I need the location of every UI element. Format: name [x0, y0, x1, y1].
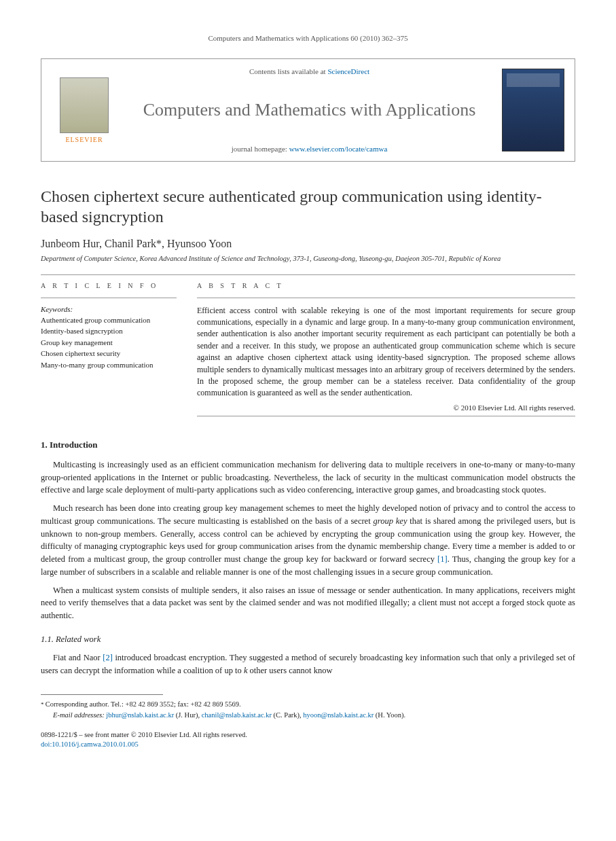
italic-term: group key — [374, 516, 407, 526]
paragraph: When a multicast system consists of mult… — [41, 584, 575, 622]
email-who: (J. Hur), — [174, 711, 202, 719]
homepage-line: journal homepage: www.elsevier.com/locat… — [132, 145, 486, 153]
issn-line: 0898-1221/$ – see front matter © 2010 El… — [41, 730, 575, 740]
corr-text: Corresponding author. Tel.: +82 42 869 3… — [46, 700, 241, 708]
email-link[interactable]: jbhur@nslab.kaist.ac.kr — [106, 711, 174, 719]
keyword-item: Group key management — [41, 337, 177, 348]
journal-cover-icon — [502, 69, 564, 151]
banner-cover — [492, 59, 575, 161]
divider — [41, 298, 177, 298]
keyword-item: Identity-based signcryption — [41, 325, 177, 337]
contents-prefix: Contents lists available at — [249, 67, 327, 75]
email-link[interactable]: chanil@nslab.kaist.ac.kr — [202, 711, 272, 719]
journal-name: Computers and Mathematics with Applicati… — [132, 100, 486, 120]
paper-title: Chosen ciphertext secure authenticated g… — [41, 186, 575, 227]
abstract-copyright: © 2010 Elsevier Ltd. All rights reserved… — [197, 404, 575, 412]
divider — [197, 416, 575, 416]
footnotes: * Corresponding author. Tel.: +82 42 869… — [41, 699, 575, 721]
email-line: E-mail addresses: jbhur@nslab.kaist.ac.k… — [41, 710, 575, 721]
section-heading-intro: 1. Introduction — [41, 440, 575, 450]
text-run: other users cannot know — [247, 666, 332, 675]
keyword-item: Chosen ciphertext security — [41, 348, 177, 359]
sciencedirect-link[interactable]: ScienceDirect — [327, 67, 369, 75]
abstract-heading: A B S T R A C T — [197, 282, 575, 289]
paragraph: Much research has been done into creatin… — [41, 502, 575, 579]
homepage-prefix: journal homepage: — [232, 145, 289, 153]
email-link[interactable]: hyoon@nslab.kaist.ac.kr — [303, 711, 374, 719]
article-info-column: A R T I C L E I N F O Keywords: Authenti… — [41, 282, 177, 423]
divider — [197, 298, 575, 298]
affiliation: Department of Computer Science, Korea Ad… — [41, 254, 575, 264]
authors-line: Junbeom Hur, Chanil Park*, Hyunsoo Yoon — [41, 238, 575, 250]
citation-link[interactable]: [1] — [437, 554, 448, 564]
doi-link[interactable]: doi:10.1016/j.camwa.2010.01.005 — [41, 740, 139, 748]
subsection-heading-related: 1.1. Related work — [41, 634, 575, 645]
text-run: Fiat and Naor — [53, 653, 103, 662]
email-who: (H. Yoon). — [374, 711, 405, 719]
citation-link[interactable]: [2] — [103, 653, 113, 662]
article-info-row: A R T I C L E I N F O Keywords: Authenti… — [41, 282, 575, 423]
paragraph: Multicasting is increasingly used as an … — [41, 459, 575, 497]
elsevier-label: ELSEVIER — [65, 136, 103, 143]
divider — [41, 274, 575, 275]
asterisk-icon: * — [41, 701, 46, 708]
corresponding-author-note: * Corresponding author. Tel.: +82 42 869… — [41, 699, 575, 710]
keywords-label: Keywords: — [41, 305, 177, 313]
keyword-item: Many-to-many group communication — [41, 359, 177, 371]
email-label: E-mail addresses: — [53, 711, 105, 719]
paragraph: Fiat and Naor [2] introduced broadcast e… — [41, 651, 575, 677]
article-info-heading: A R T I C L E I N F O — [41, 282, 177, 289]
email-who: (C. Park), — [272, 711, 303, 719]
journal-banner: ELSEVIER Contents lists available at Sci… — [41, 58, 575, 162]
body-text: Fiat and Naor [2] introduced broadcast e… — [41, 651, 575, 677]
footnote-separator — [41, 694, 163, 695]
banner-center: Contents lists available at ScienceDirec… — [127, 59, 492, 161]
contents-line: Contents lists available at ScienceDirec… — [132, 67, 486, 75]
elsevier-tree-icon — [60, 77, 109, 133]
homepage-link[interactable]: www.elsevier.com/locate/camwa — [289, 145, 388, 153]
keyword-item: Authenticated group communication — [41, 315, 177, 326]
publisher-logo-block: ELSEVIER — [41, 59, 127, 161]
abstract-text: Efficient access control with scalable r… — [197, 305, 575, 399]
bottom-publication-block: 0898-1221/$ – see front matter © 2010 El… — [41, 730, 575, 750]
running-header: Computers and Mathematics with Applicati… — [41, 34, 575, 42]
body-text: Multicasting is increasingly used as an … — [41, 459, 575, 622]
paper-page: Computers and Mathematics with Applicati… — [0, 0, 616, 777]
abstract-column: A B S T R A C T Efficient access control… — [197, 282, 575, 423]
keywords-list: Authenticated group communication Identi… — [41, 315, 177, 371]
